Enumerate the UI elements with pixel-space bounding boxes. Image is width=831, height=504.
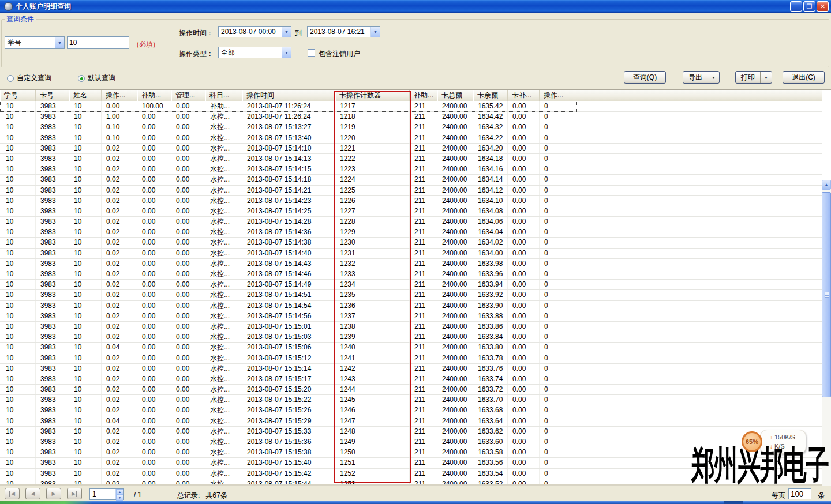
include-cancelled-checkbox[interactable] <box>308 49 315 57</box>
spin-down-icon[interactable]: ▼ <box>116 495 123 501</box>
prev-page-button[interactable]: ◀ <box>25 488 40 499</box>
print-button[interactable]: 打印 ▼ <box>735 71 772 84</box>
table-row[interactable]: 103983100.020.000.00水控...2013-08-07 15:1… <box>0 227 822 238</box>
table-cell: 0.00 <box>171 427 205 437</box>
table-row[interactable]: 103983100.020.000.00水控...2013-08-07 15:1… <box>0 437 822 447</box>
table-row[interactable]: 103983100.040.000.00水控...2013-08-07 15:1… <box>0 416 822 427</box>
column-header-8[interactable]: 卡操作计数器 <box>335 90 410 101</box>
table-cell: 10 <box>0 479 36 486</box>
table-row[interactable]: 103983100.020.000.00水控...2013-08-07 15:1… <box>0 144 822 154</box>
table-cell: 0.00 <box>508 196 540 206</box>
column-header-4[interactable]: 补助... <box>137 90 171 101</box>
spin-up-icon[interactable]: ▲ <box>116 489 123 495</box>
table-row[interactable]: 103983100.020.000.00水控...2013-08-07 15:1… <box>0 175 822 185</box>
table-row[interactable]: 103983100.020.000.00水控...2013-08-07 15:1… <box>0 385 822 395</box>
table-row[interactable]: 103983100.020.000.00水控...2013-08-07 15:1… <box>0 186 822 196</box>
column-header-6[interactable]: 科目... <box>205 90 242 101</box>
next-page-button[interactable]: ▶ <box>46 488 61 499</box>
table-row[interactable]: 103983100.020.000.00水控...2013-08-07 15:1… <box>0 395 822 405</box>
column-header-3[interactable]: 操作... <box>102 90 137 101</box>
table-row[interactable]: 103983100.020.000.00水控...2013-08-07 15:1… <box>0 249 822 259</box>
last-page-button[interactable]: ▶ <box>67 488 82 499</box>
table-cell: 0.02 <box>102 144 137 153</box>
table-row[interactable]: 103983100.020.000.00水控...2013-08-07 15:1… <box>0 290 822 300</box>
table-cell: 10 <box>0 144 36 153</box>
column-header-0[interactable]: 学号 <box>0 90 36 101</box>
table-row[interactable]: 103983100.020.000.00水控...2013-08-07 15:1… <box>0 311 822 322</box>
table-row[interactable]: 103983100.020.000.00水控...2013-08-07 15:1… <box>0 479 822 486</box>
close-icon[interactable]: ✕ <box>817 1 829 12</box>
per-page-input[interactable] <box>788 488 811 499</box>
time-from-picker[interactable]: 2013-08-07 00:00 ▼ <box>218 26 291 37</box>
table-row[interactable]: 103983100.020.000.00水控...2013-08-07 15:1… <box>0 280 822 290</box>
exit-button[interactable]: 退出(C) <box>783 71 825 84</box>
scroll-up-icon[interactable]: ▲ <box>822 180 831 190</box>
first-page-button[interactable]: ◀ <box>5 488 20 499</box>
column-header-10[interactable]: 卡总额 <box>437 90 473 101</box>
chevron-down-icon[interactable]: ▼ <box>55 37 64 48</box>
table-cell: 1633.62 <box>473 427 508 437</box>
table-cell: 1633.78 <box>473 353 508 363</box>
table-row[interactable]: 103983100.020.000.00水控...2013-08-07 15:1… <box>0 469 822 479</box>
table-row[interactable]: 103983100.020.000.00水控...2013-08-07 15:1… <box>0 447 822 458</box>
table-cell: 1222 <box>335 154 410 164</box>
table-cell: 水控... <box>205 133 242 143</box>
table-row[interactable]: 103983100.020.000.00水控...2013-08-07 15:1… <box>0 154 822 164</box>
table-row[interactable]: 103983100.020.000.00水控...2013-08-07 15:1… <box>0 238 822 248</box>
column-header-7[interactable]: 操作时间 <box>242 90 335 101</box>
table-cell: 3983 <box>36 217 69 227</box>
field-value-input[interactable] <box>67 36 129 49</box>
chevron-down-icon[interactable]: ▼ <box>282 47 291 58</box>
type-selector[interactable]: 全部 ▼ <box>218 47 291 58</box>
scrollbar-thumb[interactable] <box>822 192 831 397</box>
time-to-picker[interactable]: 2013-08-07 16:21 ▼ <box>307 26 380 37</box>
progress-circle-badge[interactable]: 65% <box>742 431 762 452</box>
table-cell: 0 <box>540 217 577 227</box>
radio-default-query[interactable]: 默认查询 <box>78 73 115 83</box>
table-cell: 0.00 <box>508 133 540 143</box>
table-row[interactable]: 103983100.020.000.00水控...2013-08-07 15:1… <box>0 301 822 311</box>
table-row[interactable]: 103983100.020.000.00水控...2013-08-07 15:1… <box>0 374 822 385</box>
vertical-scrollbar[interactable]: ▲ ▼ <box>822 180 831 486</box>
table-row[interactable]: 103983100.100.000.00水控...2013-08-07 15:1… <box>0 133 822 144</box>
table-row[interactable]: 103983100.020.000.00水控...2013-08-07 15:1… <box>0 196 822 206</box>
table-row[interactable]: 103983100.040.000.00水控...2013-08-07 15:1… <box>0 343 822 353</box>
restore-icon[interactable]: ❐ <box>803 1 815 12</box>
radio-custom-query[interactable]: 自定义查询 <box>7 73 51 83</box>
column-header-1[interactable]: 卡号 <box>36 90 69 101</box>
table-cell: 3983 <box>36 469 69 479</box>
field-selector[interactable]: 学号 ▼ <box>5 36 65 49</box>
column-header-9[interactable]: 补助... <box>410 90 437 101</box>
time-to-value: 2013-08-07 16:21 <box>308 28 370 36</box>
table-row[interactable]: 103983100.020.000.00水控...2013-08-07 15:1… <box>0 364 822 374</box>
table-row[interactable]: 103983100.020.000.00水控...2013-08-07 15:1… <box>0 405 822 416</box>
chevron-down-icon[interactable]: ▼ <box>760 72 772 83</box>
table-cell: 2400.00 <box>437 144 473 153</box>
export-button[interactable]: 导出 ▼ <box>683 71 720 84</box>
table-cell: 10 <box>0 405 36 415</box>
table-row[interactable]: 103983100.100.000.00水控...2013-08-07 15:1… <box>0 122 822 133</box>
table-row[interactable]: 103983100.020.000.00水控...2013-08-07 15:1… <box>0 269 822 280</box>
query-button[interactable]: 查询(Q) <box>624 71 666 84</box>
page-number-spinner[interactable]: 1 ▲ ▼ <box>89 488 124 500</box>
table-row[interactable]: 103983100.020.000.00水控...2013-08-07 15:1… <box>0 322 822 332</box>
table-row[interactable]: 103983100.020.000.00水控...2013-08-07 15:1… <box>0 458 822 468</box>
column-header-11[interactable]: 卡余额 <box>473 90 508 101</box>
table-row[interactable]: 103983100.020.000.00水控...2013-08-07 15:1… <box>0 164 822 175</box>
column-header-5[interactable]: 管理... <box>171 90 205 101</box>
table-row[interactable]: 103983100.020.000.00水控...2013-08-07 15:1… <box>0 353 822 364</box>
table-row[interactable]: 103983100.00100.000.00补助...2013-08-07 11… <box>0 101 822 112</box>
table-row[interactable]: 103983100.020.000.00水控...2013-08-07 15:1… <box>0 332 822 343</box>
table-row[interactable]: 103983100.020.000.00水控...2013-08-07 15:1… <box>0 206 822 217</box>
chevron-down-icon[interactable]: ▼ <box>282 27 291 37</box>
minimize-icon[interactable]: – <box>790 1 802 12</box>
table-row[interactable]: 103983100.020.000.00水控...2013-08-07 15:1… <box>0 427 822 437</box>
column-header-12[interactable]: 卡补... <box>508 90 540 101</box>
table-row[interactable]: 103983100.020.000.00水控...2013-08-07 15:1… <box>0 217 822 227</box>
chevron-down-icon[interactable]: ▼ <box>370 27 380 37</box>
column-header-2[interactable]: 姓名 <box>69 90 102 101</box>
table-row[interactable]: 103983101.000.000.00水控...2013-08-07 11:2… <box>0 112 822 122</box>
table-row[interactable]: 103983100.020.000.00水控...2013-08-07 15:1… <box>0 259 822 269</box>
chevron-down-icon[interactable]: ▼ <box>708 72 719 83</box>
column-header-13[interactable]: 操作... <box>540 90 577 101</box>
